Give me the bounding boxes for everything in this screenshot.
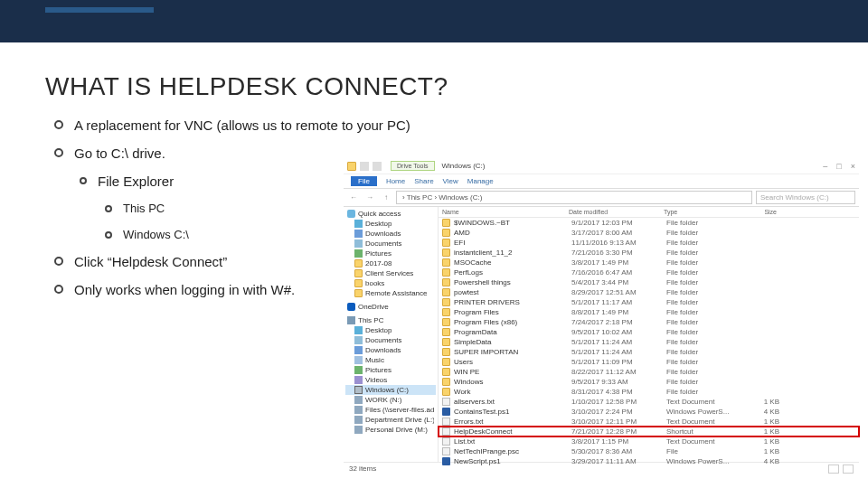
nav-pane[interactable]: Quick access Desktop Downloads Documents… [344,207,439,462]
ribbon-view[interactable]: View [443,177,458,185]
minimize-button[interactable]: – [823,162,827,171]
view-large-icon[interactable] [843,465,854,474]
up-button[interactable]: ↑ [380,193,392,202]
bullet-marker-icon [54,148,63,157]
file-size: 1 KB [743,418,779,426]
nav-this-pc[interactable]: This PC [345,315,436,325]
nav-desktop2[interactable]: Desktop [345,325,436,335]
file-row[interactable]: EFI11/11/2016 9:13 AMFile folder [439,238,859,248]
ribbon-share[interactable]: Share [414,177,433,185]
file-date: 7/16/2016 6:47 AM [571,268,666,277]
file-row[interactable]: NewScript.ps13/29/2017 11:11 AMWindows P… [439,456,859,466]
file-row[interactable]: ProgramData9/5/2017 10:02 AMFile folder [439,327,859,337]
file-explorer-window[interactable]: Drive Tools Windows (C:) – □ × File Home… [344,158,859,474]
file-row[interactable]: Powershell things5/4/2017 3:44 PMFile fo… [439,277,859,287]
file-name: NetTechIPrange.psc [454,447,571,455]
file-row[interactable]: ContainsTest.ps13/10/2017 2:24 PMWindows… [439,407,859,417]
ribbon: File Home Share View Manage [344,174,859,189]
file-row[interactable]: PerfLogs7/16/2016 6:47 AMFile folder [439,267,859,277]
ribbon-manage[interactable]: Manage [467,177,494,185]
qat-icon[interactable] [360,162,369,171]
pictures-icon [354,366,363,374]
folder-icon [442,388,450,396]
nav-client-services[interactable]: Client Services [345,268,436,278]
file-row[interactable]: Errors.txt3/10/2017 12:11 PMText Documen… [439,417,859,427]
qat-icon[interactable] [373,162,382,171]
nav-dept-drive[interactable]: Department Drive (L:) [345,415,436,425]
nav-windows-c[interactable]: Windows (C:) [345,385,436,395]
file-row[interactable]: Program Files8/8/2017 1:49 PMFile folder [439,307,859,317]
file-row[interactable]: instantclient_11_27/21/2016 3:30 PMFile … [439,248,859,258]
file-type: File folder [666,258,743,267]
pictures-icon [354,249,363,258]
nav-desktop[interactable]: Desktop [345,219,436,229]
file-row[interactable]: $WINDOWS.~BT9/1/2017 12:03 PMFile folder [439,218,859,228]
file-row[interactable]: Users5/1/2017 11:09 PMFile folder [439,357,859,367]
nav-downloads2[interactable]: Downloads [345,345,436,355]
file-type: Shortcut [666,427,743,436]
close-button[interactable]: × [851,162,855,171]
nav-music[interactable]: Music [345,355,436,365]
nav-books[interactable]: books [345,278,436,288]
col-size[interactable]: Size [741,209,777,215]
nav-downloads[interactable]: Downloads [345,229,436,239]
folder-icon [354,269,363,277]
file-row[interactable]: SUPER IMPORTAN5/1/2017 11:24 AMFile fold… [439,347,859,357]
nav-pictures[interactable]: Pictures [345,249,436,258]
nav-work-n[interactable]: WORK (N:) [345,395,436,405]
nav-videos[interactable]: Videos [345,375,436,385]
file-type: File folder [666,378,743,386]
nav-personal-drive[interactable]: Personal Drive (M:) [345,425,436,435]
nav-2017-08[interactable]: 2017-08 [345,258,436,268]
folder-icon[interactable] [347,162,356,171]
bullet-marker-icon [105,205,112,212]
video-icon [354,376,363,384]
file-row[interactable]: allservers.txt1/10/2017 12:58 PMText Doc… [439,397,859,407]
nav-files-server[interactable]: Files (\\server-files.ad... [345,405,436,415]
nav-quick-access[interactable]: Quick access [345,209,436,219]
column-headers[interactable]: Name Date modified Type Size [439,207,859,218]
folder-icon [354,279,363,287]
file-row[interactable]: Work8/31/2017 4:38 PMFile folder [439,387,859,397]
file-type: File folder [666,308,743,316]
file-date: 5/30/2017 8:36 AM [571,447,666,455]
nav-remote-assistance[interactable]: Remote Assistance [345,288,436,298]
maximize-button[interactable]: □ [836,162,841,171]
search-input[interactable]: Search Windows (C:) [756,191,855,204]
file-row[interactable]: PRINTER DRIVERS5/1/2017 11:17 AMFile fol… [439,297,859,307]
bullet-text: File Explorer [98,174,174,189]
file-row[interactable]: HelpDeskConnect7/21/2017 12:28 PMShortcu… [439,427,859,436]
breadcrumb[interactable]: › This PC › Windows (C:) [396,191,752,204]
col-date[interactable]: Date modified [569,209,664,215]
ribbon-file[interactable]: File [351,176,377,186]
file-row[interactable]: NetTechIPrange.psc5/30/2017 8:36 AMFile1… [439,446,859,456]
nav-onedrive[interactable]: OneDrive [345,302,436,312]
nav-documents2[interactable]: Documents [345,335,436,345]
file-row[interactable]: AMD3/17/2017 8:00 AMFile folder [439,228,859,238]
address-bar: ← → ↑ › This PC › Windows (C:) Search Wi… [344,189,859,207]
accent-bar [45,7,154,13]
titlebar[interactable]: Drive Tools Windows (C:) – □ × [344,158,859,174]
ribbon-home[interactable]: Home [386,177,405,185]
file-row[interactable]: WIN PE8/22/2017 11:12 AMFile folder [439,367,859,377]
file-row[interactable]: List.txt3/8/2017 1:15 PMText Document1 K… [439,436,859,446]
file-list[interactable]: $WINDOWS.~BT9/1/2017 12:03 PMFile folder… [439,218,859,466]
folder-icon [354,289,363,297]
file-row[interactable]: powtest8/29/2017 12:51 AMFile folder [439,287,859,297]
view-details-icon[interactable] [828,465,839,474]
file-row[interactable]: MSOCache3/8/2017 1:49 PMFile folder [439,258,859,267]
file-date: 9/1/2017 12:03 PM [571,219,666,227]
file-row[interactable]: Windows9/5/2017 9:33 AMFile folder [439,377,859,387]
file-date: 5/4/2017 3:44 PM [571,278,666,286]
col-name[interactable]: Name [442,209,569,215]
col-type[interactable]: Type [664,209,741,215]
drive-tools-tab[interactable]: Drive Tools [391,161,435,171]
file-date: 9/5/2017 9:33 AM [571,378,666,386]
nav-pictures2[interactable]: Pictures [345,365,436,375]
file-row[interactable]: SimpleData5/1/2017 11:24 AMFile folder [439,337,859,347]
back-button[interactable]: ← [347,193,360,202]
file-row[interactable]: Program Files (x86)7/24/2017 2:18 PMFile… [439,317,859,327]
nav-documents[interactable]: Documents [345,239,436,249]
file-name: Powershell things [454,278,571,286]
forward-button[interactable]: → [363,193,376,202]
